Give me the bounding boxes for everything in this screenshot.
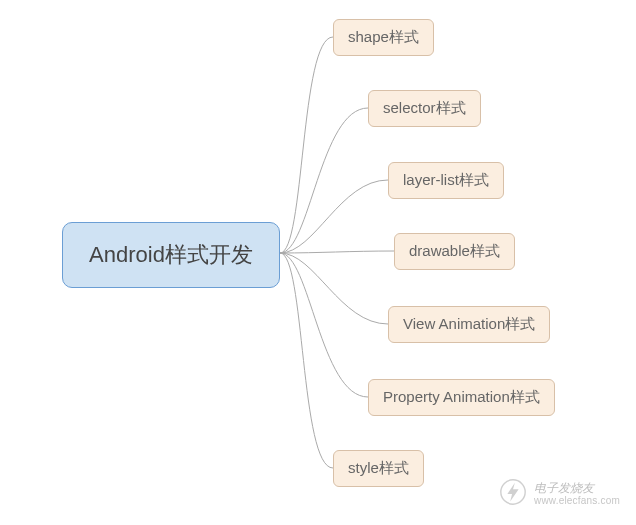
child-label: shape样式: [348, 28, 419, 45]
root-label: Android样式开发: [89, 240, 253, 270]
child-label: selector样式: [383, 99, 466, 116]
child-label: Property Animation样式: [383, 388, 540, 405]
child-node: View Animation样式: [388, 306, 550, 343]
child-label: layer-list样式: [403, 171, 489, 188]
child-node: selector样式: [368, 90, 481, 127]
watermark-cn: 电子发烧友: [534, 482, 620, 495]
lightning-icon: [498, 477, 528, 511]
child-node: style样式: [333, 450, 424, 487]
child-node: Property Animation样式: [368, 379, 555, 416]
child-label: drawable样式: [409, 242, 500, 259]
root-node: Android样式开发: [62, 222, 280, 288]
child-node: shape样式: [333, 19, 434, 56]
watermark: 电子发烧友 www.elecfans.com: [498, 477, 620, 511]
child-label: style样式: [348, 459, 409, 476]
child-node: drawable样式: [394, 233, 515, 270]
watermark-url: www.elecfans.com: [534, 495, 620, 506]
child-node: layer-list样式: [388, 162, 504, 199]
child-label: View Animation样式: [403, 315, 535, 332]
